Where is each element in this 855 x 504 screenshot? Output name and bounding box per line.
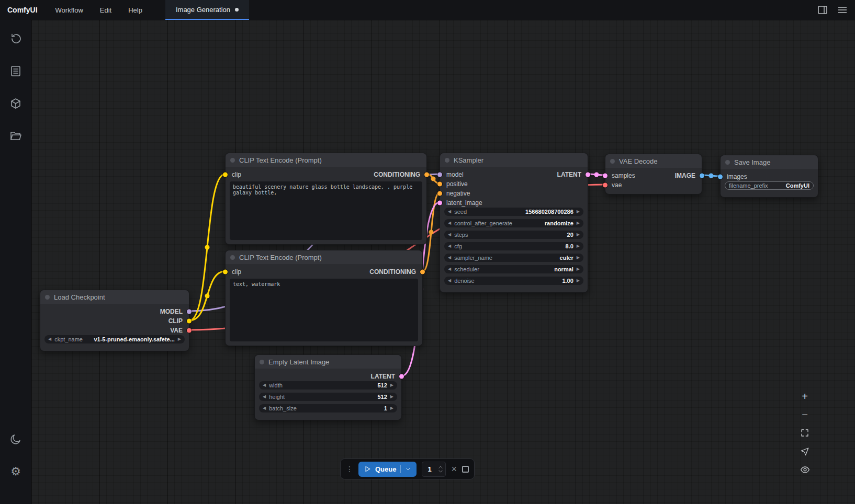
node-header[interactable]: KSampler xyxy=(440,153,588,167)
arrow-left-icon[interactable]: ◀ xyxy=(48,337,51,341)
node-header[interactable]: CLIP Text Encode (Prompt) xyxy=(226,250,422,264)
arrow-right-icon[interactable]: ▶ xyxy=(390,395,393,399)
widget-filename-prefix[interactable]: filename_prefix ComfyUI xyxy=(725,181,814,190)
widget-seed[interactable]: ◀ seed 156680208700286 ▶ xyxy=(444,208,583,216)
node-header[interactable]: Empty Latent Image xyxy=(255,355,401,369)
arrow-right-icon[interactable]: ▶ xyxy=(577,233,580,237)
toggle-panel-icon[interactable] xyxy=(817,5,828,15)
widget-width[interactable]: ◀ width 512 ▶ xyxy=(259,381,397,390)
arrow-left-icon[interactable]: ◀ xyxy=(448,256,451,260)
arrow-left-icon[interactable]: ◀ xyxy=(448,210,451,214)
node-header[interactable]: VAE Decode xyxy=(605,154,702,168)
collapse-dot[interactable] xyxy=(725,160,730,165)
workflows-folder-icon[interactable] xyxy=(4,124,27,147)
input-port-vae[interactable] xyxy=(603,183,608,188)
widget-cfg[interactable]: ◀ cfg 8.0 ▶ xyxy=(444,242,583,250)
output-port-conditioning[interactable] xyxy=(420,270,425,274)
widget-ckpt-name[interactable]: ◀ ckpt_name v1-5-pruned-emaonly.safete..… xyxy=(44,335,185,343)
arrow-left-icon[interactable]: ◀ xyxy=(263,395,266,399)
menu-help[interactable]: Help xyxy=(120,0,151,20)
fit-view-button[interactable] xyxy=(796,425,813,441)
select-mode-button[interactable] xyxy=(796,443,813,460)
drag-handle-icon[interactable]: ⋮ xyxy=(346,465,353,473)
hamburger-menu-icon[interactable] xyxy=(837,5,848,15)
output-port-clip[interactable] xyxy=(187,319,192,324)
arrow-left-icon[interactable]: ◀ xyxy=(448,267,451,271)
prompt-text-input[interactable]: beautiful scenery nature glass bottle la… xyxy=(230,181,422,240)
zoom-in-button[interactable]: + xyxy=(796,388,813,405)
arrow-right-icon[interactable]: ▶ xyxy=(390,406,393,410)
cancel-run-icon[interactable]: × xyxy=(451,464,457,474)
output-port-vae[interactable] xyxy=(187,328,192,333)
collapse-dot[interactable] xyxy=(230,158,235,163)
node-header[interactable]: CLIP Text Encode (Prompt) xyxy=(226,153,426,167)
node-header[interactable]: Save Image xyxy=(721,155,818,169)
arrow-right-icon[interactable]: ▶ xyxy=(178,337,181,341)
node-clip-text-encode-positive[interactable]: CLIP Text Encode (Prompt) clip CONDITION… xyxy=(225,153,427,245)
collapse-dot[interactable] xyxy=(610,159,615,164)
arrow-left-icon[interactable]: ◀ xyxy=(448,221,451,225)
node-load-checkpoint[interactable]: Load Checkpoint MODEL CLIP VAE ◀ ckpt_na… xyxy=(40,290,189,351)
input-port-samples[interactable] xyxy=(603,174,608,178)
model-library-icon[interactable] xyxy=(4,92,27,115)
collapse-dot[interactable] xyxy=(445,158,449,163)
arrow-right-icon[interactable]: ▶ xyxy=(577,267,580,271)
input-port-latent-image[interactable] xyxy=(437,201,442,205)
widget-steps[interactable]: ◀ steps 20 ▶ xyxy=(444,231,583,239)
arrow-right-icon[interactable]: ▶ xyxy=(577,279,580,283)
widget-height[interactable]: ◀ height 512 ▶ xyxy=(259,393,397,401)
input-port-model[interactable] xyxy=(437,173,442,177)
output-label-model: MODEL xyxy=(160,308,183,315)
stop-icon[interactable] xyxy=(462,466,469,473)
workflow-history-icon[interactable] xyxy=(4,27,27,50)
arrow-left-icon[interactable]: ◀ xyxy=(448,233,451,237)
input-port-positive[interactable] xyxy=(437,182,442,187)
widget-control-after-generate[interactable]: ◀ control_after_generate randomize ▶ xyxy=(444,219,583,227)
output-port-latent[interactable] xyxy=(586,173,590,177)
queue-list-icon[interactable] xyxy=(4,60,27,83)
toggle-visibility-eye-button[interactable] xyxy=(796,461,813,478)
widget-batch-size[interactable]: ◀ batch_size 1 ▶ xyxy=(259,404,397,413)
input-port-negative[interactable] xyxy=(437,191,442,196)
node-empty-latent-image[interactable]: Empty Latent Image LATENT ◀ width 512 ▶ … xyxy=(254,354,402,420)
collapse-dot[interactable] xyxy=(260,360,264,364)
output-port-conditioning[interactable] xyxy=(424,173,429,177)
batch-count-input[interactable]: 1 xyxy=(422,462,446,477)
queue-button[interactable]: Queue xyxy=(358,462,417,477)
arrow-left-icon[interactable]: ◀ xyxy=(263,406,266,410)
settings-gear-icon[interactable]: ⚙ xyxy=(4,460,27,483)
output-port-model[interactable] xyxy=(187,310,192,314)
arrow-right-icon[interactable]: ▶ xyxy=(577,256,580,260)
zoom-out-button[interactable]: − xyxy=(796,406,813,423)
widget-denoise[interactable]: ◀ denoise 1.00 ▶ xyxy=(444,277,583,285)
node-ksampler[interactable]: KSampler model LATENT positive negative … xyxy=(440,153,588,293)
theme-toggle-moon-icon[interactable] xyxy=(4,428,27,451)
arrow-right-icon[interactable]: ▶ xyxy=(390,383,393,387)
app-logo[interactable]: ComfyUI xyxy=(0,0,47,20)
node-clip-text-encode-negative[interactable]: CLIP Text Encode (Prompt) clip CONDITION… xyxy=(225,250,423,346)
input-port-clip[interactable] xyxy=(223,270,228,274)
collapse-dot[interactable] xyxy=(230,255,235,260)
input-port-clip[interactable] xyxy=(223,173,228,177)
output-port-latent[interactable] xyxy=(399,374,404,379)
widget-scheduler[interactable]: ◀ scheduler normal ▶ xyxy=(444,265,583,273)
node-save-image[interactable]: Save Image images filename_prefix ComfyU… xyxy=(720,155,818,198)
input-port-images[interactable] xyxy=(718,175,723,179)
tab-image-generation[interactable]: Image Generation xyxy=(165,0,249,20)
arrow-right-icon[interactable]: ▶ xyxy=(577,244,580,248)
stepper-down-icon[interactable] xyxy=(438,469,443,473)
node-header[interactable]: Load Checkpoint xyxy=(40,290,189,304)
arrow-left-icon[interactable]: ◀ xyxy=(448,244,451,248)
arrow-right-icon[interactable]: ▶ xyxy=(577,221,580,225)
menu-workflow[interactable]: Workflow xyxy=(47,0,92,20)
collapse-dot[interactable] xyxy=(45,295,50,300)
stepper-up-icon[interactable] xyxy=(438,465,443,469)
arrow-left-icon[interactable]: ◀ xyxy=(448,279,451,283)
output-port-image[interactable] xyxy=(700,174,704,178)
arrow-left-icon[interactable]: ◀ xyxy=(263,383,266,387)
arrow-right-icon[interactable]: ▶ xyxy=(577,210,580,214)
widget-sampler-name[interactable]: ◀ sampler_name euler ▶ xyxy=(444,254,583,262)
prompt-text-input[interactable]: text, watermark xyxy=(230,279,418,341)
node-vae-decode[interactable]: VAE Decode samples IMAGE vae xyxy=(605,154,702,194)
menu-edit[interactable]: Edit xyxy=(92,0,120,20)
